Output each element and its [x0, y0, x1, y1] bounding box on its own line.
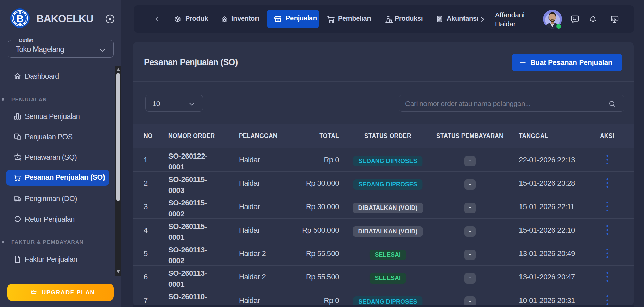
svg-text:?: ? [19, 158, 21, 161]
svg-text:B: B [16, 13, 24, 24]
